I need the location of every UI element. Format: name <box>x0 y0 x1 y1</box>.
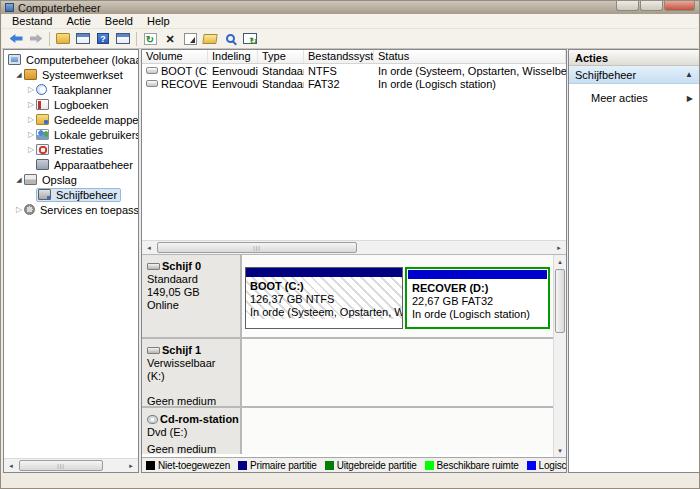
disk0-partitions: BOOT (C:) 126,37 GB NTFS In orde (Systee… <box>242 255 554 337</box>
disk0-label-cell[interactable]: Schijf 0 Standaard 149,05 GB Online <box>142 255 242 337</box>
volume-row-boot[interactable]: BOOT (C:) Eenvoudig Standaard NTFS In or… <box>142 64 566 77</box>
sidebar-item-opslag[interactable]: ◢ Opslag <box>4 172 138 187</box>
disk-view-vertical-scrollbar[interactable]: ▴ ▾ <box>553 255 566 457</box>
expander-collapsed-icon[interactable]: ▷ <box>14 205 24 214</box>
legend-swatch <box>527 461 536 470</box>
partition-boot-c[interactable]: BOOT (C:) 126,37 GB NTFS In orde (Systee… <box>245 267 403 329</box>
volume-list-horizontal-scrollbar[interactable]: ◂ ||| ▸ <box>142 240 566 254</box>
maximize-button[interactable] <box>640 1 663 11</box>
sidebar-item-taakplanner[interactable]: ▷ Taakplanner <box>4 82 138 97</box>
performance-icon <box>36 144 49 155</box>
volume-filesystem: FAT32 <box>304 78 374 90</box>
sidebar-item-logboeken[interactable]: ▷ Logboeken <box>4 97 138 112</box>
partition-recover-d[interactable]: RECOVER (D:) 22,67 GB FAT32 In orde (Log… <box>405 267 550 329</box>
disk-name: Schijf 0 <box>147 260 235 273</box>
open-folder-icon <box>202 34 217 44</box>
window-title: Computerbeheer <box>18 2 101 14</box>
manage-computer-icon <box>243 33 257 44</box>
delete-icon: ✕ <box>165 33 174 45</box>
shared-folder-icon <box>36 114 49 125</box>
log-icon <box>36 99 49 110</box>
console-tree: Computerbeheer (lokaal) ◢ Systeemwerkset… <box>4 50 138 217</box>
actions-group-schijfbeheer[interactable]: Schijfbeheer ▲ <box>569 66 699 84</box>
up-one-level-icon <box>56 33 70 44</box>
close-button[interactable] <box>664 1 695 11</box>
minimize-button[interactable] <box>616 1 639 11</box>
removable-disk-icon <box>147 347 160 354</box>
more-actions-item[interactable]: Meer acties ▶ <box>569 91 699 105</box>
expander-collapsed-icon[interactable]: ▷ <box>26 115 36 124</box>
column-header-volume[interactable]: Volume <box>142 50 208 63</box>
legend-label: Logisch station <box>539 460 566 471</box>
expander-collapsed-icon[interactable]: ▷ <box>26 130 36 139</box>
scrollbar-thumb[interactable]: ||| <box>19 460 103 471</box>
app-icon <box>5 3 14 12</box>
disk1-label-cell[interactable]: Schijf 1 Verwisselbaar (K:) Geen medium <box>142 339 242 406</box>
column-header-bestandssysteem[interactable]: Bestandssysteem <box>304 50 374 63</box>
scrollbar-thumb[interactable] <box>555 269 565 333</box>
volume-cell: BOOT (C:) <box>142 65 208 77</box>
volume-row-recover[interactable]: RECOVER (D:) Eenvoudig Standaard FAT32 I… <box>142 77 566 90</box>
expander-collapsed-icon[interactable]: ▷ <box>26 145 36 154</box>
expander-expanded-icon[interactable]: ◢ <box>14 176 24 184</box>
sidebar-item-prestaties[interactable]: ▷ Prestaties <box>4 142 138 157</box>
column-header-indeling[interactable]: Indeling <box>208 50 258 63</box>
properties-button[interactable] <box>180 30 200 48</box>
delete-button[interactable]: ✕ <box>160 30 180 48</box>
sidebar-horizontal-scrollbar[interactable]: ◂ ||| ▸ <box>4 458 138 472</box>
tree-item-label: Lokale gebruikers en gr <box>52 129 139 141</box>
open-folder-button[interactable] <box>200 30 220 48</box>
menu-bestand[interactable]: Bestand <box>6 14 60 28</box>
sidebar-item-computerbeheer[interactable]: Computerbeheer (lokaal) <box>4 52 138 67</box>
expander-expanded-icon[interactable]: ◢ <box>14 71 24 79</box>
forward-button[interactable] <box>26 30 46 48</box>
scroll-right-icon[interactable]: ▸ <box>124 459 138 472</box>
help-button[interactable]: ? <box>93 30 113 48</box>
disk-name: Cd-rom-station 0 <box>147 413 235 426</box>
disk-row-schijf0: Schijf 0 Standaard 149,05 GB Online BOOT… <box>142 255 553 339</box>
disk-icon <box>147 263 160 270</box>
menu-beeld[interactable]: Beeld <box>99 14 141 28</box>
refresh-button[interactable]: ↻ <box>140 30 160 48</box>
show-console-tree-button[interactable] <box>73 30 93 48</box>
scroll-down-icon[interactable]: ▾ <box>554 444 566 457</box>
back-button[interactable] <box>6 30 26 48</box>
sidebar-item-apparaatbeheer[interactable]: Apparaatbeheer <box>4 157 138 172</box>
legend-swatch <box>238 461 247 470</box>
menu-actie[interactable]: Actie <box>60 14 98 28</box>
logical-drive-color-bar <box>408 270 547 279</box>
sidebar-item-gedeelde-mappen[interactable]: ▷ Gedeelde mappen <box>4 112 138 127</box>
legend-item: Logisch station <box>527 460 566 471</box>
find-button[interactable] <box>220 30 240 48</box>
scroll-left-icon[interactable]: ◂ <box>4 459 18 472</box>
legend-label: Beschikbare ruimte <box>437 460 519 471</box>
main-content: Computerbeheer (lokaal) ◢ Systeemwerkset… <box>2 49 698 471</box>
legend-item: Beschikbare ruimte <box>425 460 519 471</box>
sidebar-item-systeemwerkset[interactable]: ◢ Systeemwerkset <box>4 67 138 82</box>
tree-item-label: Computerbeheer (lokaal) <box>24 54 139 66</box>
scroll-right-icon[interactable]: ▸ <box>552 241 566 254</box>
up-one-level-button[interactable] <box>53 30 73 48</box>
scroll-up-icon[interactable]: ▴ <box>554 255 566 268</box>
partition-name: RECOVER (D:) <box>412 282 543 295</box>
column-header-type[interactable]: Type <box>258 50 304 63</box>
scroll-left-icon[interactable]: ◂ <box>142 241 156 254</box>
volume-layout: Eenvoudig <box>208 78 258 90</box>
menu-help[interactable]: Help <box>141 14 178 28</box>
tree-item-label: Apparaatbeheer <box>52 159 135 171</box>
sidebar-item-services[interactable]: ▷ Services en toepassingen <box>4 202 138 217</box>
expander-collapsed-icon[interactable]: ▷ <box>26 100 36 109</box>
cdrom-label-cell[interactable]: Cd-rom-station 0 Dvd (E:) Geen medium <box>142 408 242 454</box>
expander-collapsed-icon[interactable]: ▷ <box>26 85 36 94</box>
toolbox-icon <box>24 69 37 80</box>
sidebar-item-lokale-gebruikers[interactable]: ▷ Lokale gebruikers en gr <box>4 127 138 142</box>
tree-item-label: Taakplanner <box>50 84 114 96</box>
scrollbar-thumb[interactable]: ||| <box>157 242 357 253</box>
disk-status: Online <box>147 299 235 312</box>
partition-body: BOOT (C:) 126,37 GB NTFS In orde (Systee… <box>246 277 402 319</box>
collapse-arrow-icon[interactable]: ▲ <box>685 70 693 79</box>
manage-computer-button[interactable] <box>240 30 260 48</box>
sidebar-item-schijfbeheer[interactable]: Schijfbeheer <box>4 187 138 202</box>
show-action-pane-button[interactable] <box>113 30 133 48</box>
column-header-status[interactable]: Status <box>374 50 566 63</box>
